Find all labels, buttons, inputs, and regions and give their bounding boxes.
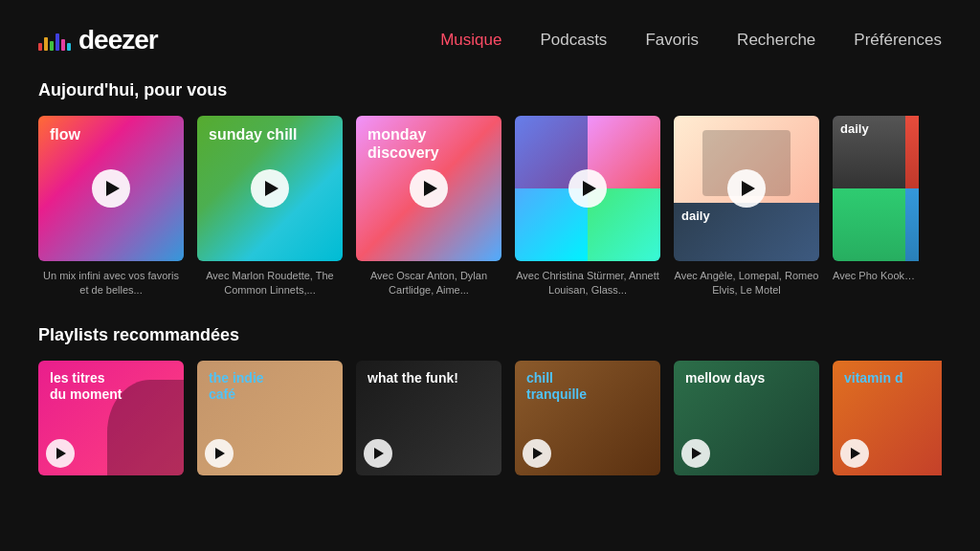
- today-cards-row: flow Un mix infini avec vos favoris et d…: [38, 116, 942, 298]
- card-daily5[interactable]: daily Avec Angèle, Lomepal, Romeo Elvis,…: [674, 116, 819, 298]
- playlist-les-titres-label: les titresdu moment: [50, 370, 122, 403]
- playlist-mellow-days-label: mellow days: [685, 370, 765, 386]
- playlist-what-the-funk[interactable]: what the funk!: [356, 361, 501, 475]
- logo-bar-6: [67, 43, 71, 51]
- logo-bar-2: [44, 37, 48, 51]
- card-monday-discovery[interactable]: monday discovery Avec Oscar Anton, Dylan…: [356, 116, 501, 298]
- card-sunday-label: sunday chill: [209, 125, 297, 143]
- nav-recherche[interactable]: Recherche: [737, 31, 815, 50]
- playlist-what-the-funk-play[interactable]: [364, 439, 392, 468]
- card-daily6-desc: Avec Pho Kooks, Pa...: [833, 269, 919, 283]
- card-sunday-chill[interactable]: sunday chill Avec Marlon Roudette, The C…: [197, 116, 343, 298]
- playlist-les-titres[interactable]: les titresdu moment: [38, 361, 184, 475]
- card-flow-label: flow: [50, 125, 80, 143]
- playlist-vitamin-d-play[interactable]: [840, 439, 869, 468]
- logo-bar-5: [61, 39, 65, 51]
- main-nav: Musique Podcasts Favoris Recherche Préfé…: [440, 31, 942, 50]
- daily5-label: daily: [681, 209, 710, 223]
- card-monday-label: monday discovery: [368, 125, 501, 162]
- nav-podcasts[interactable]: Podcasts: [540, 31, 607, 50]
- playlist-indie-cafe-label: the indiecafé: [209, 370, 264, 403]
- today-section-title: Aujourd'hui, pour vous: [38, 80, 942, 100]
- header: deezer Musique Podcasts Favoris Recherch…: [0, 0, 980, 80]
- playlist-chill-tranquille[interactable]: chilltranquille: [515, 361, 660, 475]
- card-monday-desc: Avec Oscar Anton, Dylan Cartlidge, Aime.…: [356, 269, 501, 298]
- playlist-vitamin-d-label: vitamin d: [844, 370, 902, 386]
- logo: deezer: [38, 25, 158, 55]
- card-flow-play[interactable]: [92, 169, 130, 208]
- playlist-mellow-days[interactable]: mellow days: [674, 361, 819, 475]
- card-daily5-play[interactable]: [727, 169, 766, 208]
- playlists-section: Playlists recommandées les titresdu mome…: [38, 325, 942, 475]
- playlist-chill-tranquille-play[interactable]: [523, 439, 551, 468]
- logo-text: deezer: [78, 25, 158, 55]
- playlist-vitamin-d[interactable]: vitamin d: [833, 361, 942, 475]
- playlist-what-the-funk-label: what the funk!: [368, 370, 458, 386]
- card-daily6[interactable]: > daily Avec Pho Kooks, Pa...: [833, 116, 919, 298]
- today-section: Aujourd'hui, pour vous flow Un mix infin…: [38, 80, 942, 298]
- playlist-mellow-days-play[interactable]: [681, 439, 710, 468]
- nav-favoris[interactable]: Favoris: [645, 31, 699, 50]
- main-content: Aujourd'hui, pour vous flow Un mix infin…: [0, 80, 980, 475]
- playlists-cards-row: les titresdu moment the indiecafé what t…: [38, 361, 942, 475]
- playlist-les-titres-play[interactable]: [46, 439, 75, 468]
- card-daily4-play[interactable]: [568, 169, 607, 208]
- playlist-indie-cafe[interactable]: the indiecafé: [197, 361, 343, 475]
- playlist-chill-tranquille-label: chilltranquille: [526, 370, 587, 403]
- nav-preferences[interactable]: Préférences: [854, 31, 942, 50]
- logo-bar-1: [38, 43, 42, 51]
- card-flow[interactable]: flow Un mix infini avec vos favoris et d…: [38, 116, 184, 298]
- logo-bar-3: [50, 41, 54, 51]
- playlists-section-title: Playlists recommandées: [38, 325, 942, 345]
- card-sunday-desc: Avec Marlon Roudette, The Common Linnets…: [197, 269, 343, 298]
- card-monday-play[interactable]: [410, 169, 448, 208]
- card-sunday-play[interactable]: [251, 169, 289, 208]
- logo-bar-4: [56, 33, 59, 51]
- logo-bars: [38, 30, 71, 51]
- nav-musique[interactable]: Musique: [440, 31, 501, 50]
- daily6-label: daily: [840, 121, 869, 136]
- playlist-indie-cafe-play[interactable]: [205, 439, 234, 468]
- card-daily4-desc: Avec Christina Stürmer, Annett Louisan, …: [515, 269, 660, 298]
- card-flow-desc: Un mix infini avec vos favoris et de bel…: [38, 269, 184, 298]
- card-daily5-desc: Avec Angèle, Lomepal, Romeo Elvis, Le Mo…: [674, 269, 819, 298]
- card-daily4[interactable]: Avec Christina Stürmer, Annett Louisan, …: [515, 116, 660, 298]
